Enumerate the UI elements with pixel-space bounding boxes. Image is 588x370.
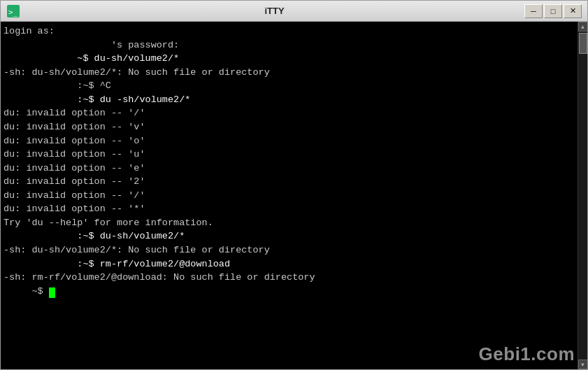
- terminal-cursor: [49, 287, 55, 298]
- terminal-line-7: du: invalid option -- '/': [3, 106, 575, 120]
- terminal-line-15: Try 'du --help' for more information.: [3, 216, 575, 230]
- terminal-line-19: -sh: rm-rf/volume2/@download: No such fi…: [3, 271, 575, 285]
- terminal-line-11: du: invalid option -- 'e': [3, 162, 575, 176]
- terminal-content[interactable]: login as: 's password: ~$ du-sh/volume2/…: [1, 22, 587, 369]
- terminal-line-13: du: invalid option -- '/': [3, 189, 575, 203]
- scrollbar[interactable]: ▲ ▼: [578, 22, 587, 369]
- maximize-button[interactable]: □: [544, 4, 562, 18]
- titlebar: >_ iTTY ─ □ ✕: [1, 1, 587, 22]
- terminal-line-10: du: invalid option -- 'u': [3, 148, 575, 162]
- terminal-line-14: du: invalid option -- '*': [3, 202, 575, 216]
- main-window: >_ iTTY ─ □ ✕ login as: 's password: ~$ …: [0, 0, 588, 370]
- terminal-area: login as: 's password: ~$ du-sh/volume2/…: [1, 22, 587, 369]
- app-icon: >_: [6, 4, 20, 18]
- window-title: iTTY: [24, 6, 524, 16]
- close-button[interactable]: ✕: [564, 4, 582, 18]
- terminal-line-8: du: invalid option -- 'v': [3, 120, 575, 134]
- svg-text:>_: >_: [8, 8, 18, 17]
- terminal-line-18: :~$ rm-rf/volume2/@download: [3, 257, 575, 271]
- terminal-line-20: ~$: [3, 285, 575, 299]
- terminal-line-6: :~$ du -sh/volume2/*: [3, 93, 575, 107]
- terminal-line-9: du: invalid option -- 'o': [3, 134, 575, 148]
- terminal-line-3: ~$ du-sh/volume2/*: [3, 52, 575, 66]
- terminal-line-4: -sh: du-sh/volume2/*: No such file or di…: [3, 66, 575, 80]
- terminal-line-17: -sh: du-sh/volume2/*: No such file or di…: [3, 243, 575, 257]
- scroll-up-button[interactable]: ▲: [578, 22, 588, 31]
- terminal-line-2: 's password:: [3, 38, 575, 52]
- window-controls: ─ □ ✕: [524, 4, 582, 18]
- terminal-line-1: login as:: [3, 24, 575, 38]
- minimize-button[interactable]: ─: [524, 4, 543, 18]
- scroll-thumb[interactable]: [579, 33, 587, 54]
- terminal-line-5: :~$ ^C: [3, 79, 575, 93]
- scroll-down-button[interactable]: ▼: [578, 360, 588, 369]
- terminal-line-12: du: invalid option -- '2': [3, 175, 575, 189]
- terminal-line-16: :~$ du-sh/volume2/*: [3, 229, 575, 243]
